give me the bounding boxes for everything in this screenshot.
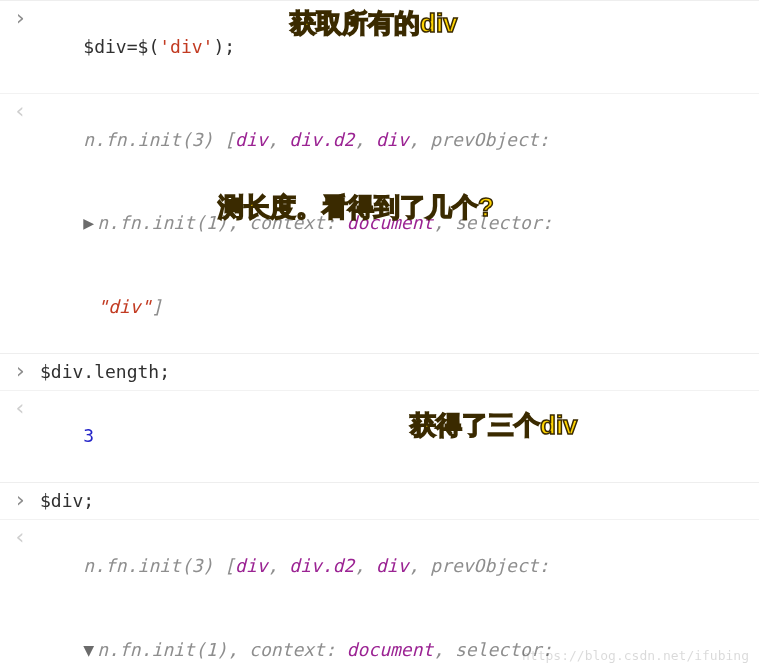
console-input-row[interactable]: › $div.length; <box>0 353 759 390</box>
console-output-object[interactable]: n.fn.init(3) [div, div.d2, div, prevObje… <box>34 98 759 349</box>
console-input-row[interactable]: › $div=$('div'); <box>0 0 759 93</box>
console-input-row[interactable]: › $div; <box>0 482 759 519</box>
console-input-code: $div; <box>34 487 759 515</box>
console-output-row[interactable]: ‹ n.fn.init(3) [div, div.d2, div, prevOb… <box>0 93 759 353</box>
output-chevron-icon: ‹ <box>6 395 34 420</box>
console-output-number: 3 <box>34 395 759 479</box>
output-chevron-icon: ‹ <box>6 98 34 123</box>
input-chevron-icon: › <box>6 487 34 512</box>
input-chevron-icon: › <box>6 5 34 30</box>
console-output-row[interactable]: ‹ n.fn.init(3) [div, div.d2, div, prevOb… <box>0 519 759 667</box>
console-output-object-expanded[interactable]: n.fn.init(3) [div, div.d2, div, prevObje… <box>34 524 759 667</box>
watermark: https://blog.csdn.net/ifubing <box>522 648 749 663</box>
output-chevron-icon: ‹ <box>6 524 34 549</box>
collapse-arrow-icon[interactable]: ▼ <box>83 636 97 664</box>
expand-arrow-icon[interactable]: ▶ <box>83 209 97 237</box>
console-input-code: $div.length; <box>34 358 759 386</box>
input-chevron-icon: › <box>6 358 34 383</box>
console-input-code: $div=$('div'); <box>34 5 759 89</box>
console-output-row[interactable]: ‹ 3 <box>0 390 759 483</box>
